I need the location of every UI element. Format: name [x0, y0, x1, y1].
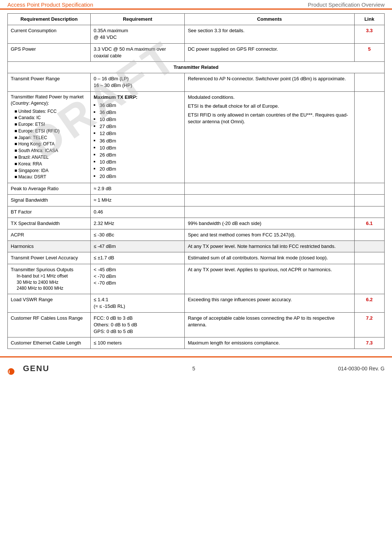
comments-cell: Exceeding this range influences power ac… [185, 294, 354, 312]
list-item: 10 dBm [94, 116, 182, 123]
comments-cell [185, 183, 354, 195]
table-row: Signal Bandwidth≈ 1 MHz [8, 195, 385, 206]
req-desc-cell: Signal Bandwidth [8, 195, 91, 206]
list-item: 20 dBm [94, 166, 182, 172]
section-header-row: Transmitter Related [8, 61, 385, 73]
comments-cell: At any TX power level. Note harmonics fa… [185, 241, 354, 252]
table-row: Customer RF Cables Loss RangeFCC: 0 dB t… [8, 312, 385, 337]
link-cell [354, 241, 384, 252]
list-item: 36 dBm [94, 109, 182, 116]
header-right-title: Product Specification Overview [308, 1, 385, 8]
req-desc-cell: BT Factor [8, 206, 91, 218]
req-cell: 3.3 VDC @ 50 mA maximum over coaxial cab… [90, 43, 185, 61]
table-header-row: Requirement Description Requirement Comm… [8, 14, 385, 25]
col-header-req: Requirement [90, 14, 185, 25]
page-header: Access Point Product Specification Produ… [0, 0, 392, 10]
page-wrapper: DRAFT Access Point Product Specification… [0, 0, 392, 380]
table-row: Customer Ethernet Cable Length≤ 100 mete… [8, 337, 385, 349]
list-item: 27 dBm [94, 123, 182, 130]
req-desc-cell: Customer Ethernet Cable Length [8, 337, 91, 349]
req-cell: 0.35A maximum@ 48 VDC [90, 25, 185, 43]
main-content: Requirement Description Requirement Comm… [0, 13, 392, 349]
req-cell: ≤ -47 dBm [90, 241, 185, 252]
req-desc-cell: Load VSWR Range [8, 294, 91, 312]
link-cell: 3.3 [354, 25, 384, 43]
req-cell: 0.46 [90, 206, 185, 218]
table-row: ACPR≤ -30 dBcSpec and test method comes … [8, 229, 385, 241]
req-desc-cell: Peak to Average Ratio [8, 183, 91, 195]
comments-cell: Range of acceptable cable losses connect… [185, 312, 354, 337]
list-item: 12 dBm [94, 130, 182, 137]
list-item: 20 dBm [94, 173, 182, 180]
list-item: 36 dBm [94, 102, 182, 109]
req-desc-cell: ACPR [8, 229, 91, 241]
section-header-cell: Transmitter Related [8, 61, 385, 73]
req-desc-cell: TX Spectral Bandwidth [8, 218, 91, 229]
req-cell: 0 – 16 dBm (LP)16 – 30 dBm (HP) [90, 73, 185, 91]
req-cell: ≤ -30 dBc [90, 229, 185, 241]
link-cell [354, 73, 384, 91]
req-cell: FCC: 0 dB to 3 dBOthers: 0 dB to 5 dBGPS… [90, 312, 185, 337]
table-row: Transmitter Spurious Outputs In-band but… [8, 264, 385, 294]
list-item: 36 dBm [94, 138, 182, 144]
link-cell [354, 264, 384, 294]
link-cell: 7.2 [354, 312, 384, 337]
col-header-comments: Comments [185, 14, 354, 25]
req-desc-cell: Transmitter Spurious Outputs In-band but… [8, 264, 91, 294]
comments-cell: See section 3.3 for details. [185, 25, 354, 43]
req-desc-cell: GPS Power [8, 43, 91, 61]
link-cell: 5 [354, 43, 384, 61]
table-row: Transmit Power Range0 – 16 dBm (LP)16 – … [8, 73, 385, 91]
company-logo: i GENU [7, 362, 50, 375]
link-cell [354, 195, 384, 206]
table-row: Current Consumption0.35A maximum@ 48 VDC… [8, 25, 385, 43]
link-cell: 6.1 [354, 218, 384, 229]
link-cell [354, 183, 384, 195]
req-cell: ≤ ±1.7 dB [90, 252, 185, 264]
header-left-title: Access Point Product Specification [7, 1, 93, 8]
req-desc-cell: Transmit Power Range [8, 73, 91, 91]
req-cell: < -45 dBm< -70 dBm< -70 dBm [90, 264, 185, 294]
req-desc-cell: Transmitter Rated Power by market (Count… [8, 91, 91, 183]
comments-cell: Spec and test method comes from FCC 15.2… [185, 229, 354, 241]
comments-cell: Modulated conditions.ETSI is the default… [185, 91, 354, 183]
svg-text:i: i [9, 369, 10, 374]
link-cell [354, 252, 384, 264]
table-row: Transmitter Rated Power by market (Count… [8, 91, 385, 183]
table-row: Load VSWR Range≤ 1.4:1(≈ ≤ -15dB RL)Exce… [8, 294, 385, 312]
comments-cell [185, 206, 354, 218]
link-cell: 7.3 [354, 337, 384, 349]
req-cell: ≈ 2.9 dB [90, 183, 185, 195]
comments-cell [185, 195, 354, 206]
comments-cell: Maximum length for emissions compliance. [185, 337, 354, 349]
comments-cell: At any TX power level. Applies to spurio… [185, 264, 354, 294]
page-footer: i GENU 5 014-0030-00 Rev. G [0, 356, 392, 380]
footer-doc-number: 014-0030-00 Rev. G [338, 366, 385, 372]
comments-cell: Referenced to AP N-connector. Switchover… [185, 73, 354, 91]
req-cell: 2.32 MHz [90, 218, 185, 229]
list-item: 10 dBm [94, 145, 182, 151]
footer-page-number: 5 [192, 366, 195, 372]
req-cell: Maximum TX EIRP:36 dBm36 dBm10 dBm27 dBm… [90, 91, 185, 183]
comments-cell: DC power supplied on GPS RF connector. [185, 43, 354, 61]
req-desc-cell: Harmonics [8, 241, 91, 252]
list-item: 26 dBm [94, 152, 182, 158]
col-header-link: Link [354, 14, 384, 25]
link-cell [354, 206, 384, 218]
table-row: Transmit Power Level Accuracy≤ ±1.7 dBEs… [8, 252, 385, 264]
table-row: BT Factor0.46 [8, 206, 385, 218]
table-row: Harmonics≤ -47 dBmAt any TX power level.… [8, 241, 385, 252]
table-row: TX Spectral Bandwidth2.32 MHz99% bandwid… [8, 218, 385, 229]
req-desc-cell: Current Consumption [8, 25, 91, 43]
req-cell: ≤ 100 meters [90, 337, 185, 349]
table-row: Peak to Average Ratio≈ 2.9 dB [8, 183, 385, 195]
list-item: 10 dBm [94, 159, 182, 165]
req-desc-cell: Customer RF Cables Loss Range [8, 312, 91, 337]
req-desc-cell: Transmit Power Level Accuracy [8, 252, 91, 264]
comments-cell: Estimated sum of all contributors. Norma… [185, 252, 354, 264]
spec-table: Requirement Description Requirement Comm… [7, 13, 385, 349]
link-cell [354, 91, 384, 183]
logo-text: GENU [23, 364, 50, 373]
table-row: GPS Power3.3 VDC @ 50 mA maximum over co… [8, 43, 385, 61]
logo-icon: i [7, 362, 21, 375]
